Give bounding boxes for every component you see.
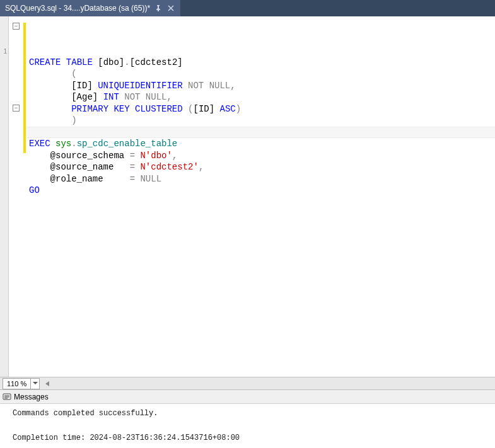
messages-icon — [3, 393, 11, 401]
close-icon[interactable] — [166, 4, 175, 13]
sql-editor[interactable]: 1 − − CREATE TABLE [dbo].[cdctest2] ( [I… — [0, 16, 495, 377]
zoom-combo[interactable]: 110 % — [3, 378, 40, 389]
zoom-value: 110 % — [3, 380, 30, 388]
pin-icon[interactable] — [154, 4, 163, 13]
code-line[interactable]: @source_schema = N'dbo', — [26, 150, 495, 162]
messages-tab-label: Messages — [14, 393, 49, 401]
editor-footer-bar: 110 % — [0, 377, 495, 389]
chevron-down-icon[interactable] — [30, 379, 39, 389]
line-number-strip: 1 — [0, 16, 9, 377]
code-line[interactable]: [Age] INT NOT NULL, — [26, 91, 495, 103]
messages-line — [13, 420, 495, 432]
code-line[interactable]: PRIMARY KEY CLUSTERED ([ID] ASC) — [26, 103, 495, 115]
code-line[interactable]: ) — [26, 115, 495, 127]
messages-line: Completion time: 2024-08-23T16:36:24.154… — [13, 432, 495, 444]
messages-panel: Messages Commands completed successfully… — [0, 389, 495, 448]
code-line[interactable]: ( — [26, 68, 495, 80]
messages-body[interactable]: Commands completed successfully. Complet… — [0, 404, 495, 448]
line-marker: 1 — [3, 48, 7, 55]
code-line[interactable]: GO — [26, 185, 495, 197]
code-area[interactable]: CREATE TABLE [dbo].[cdctest2] ( [ID] UNI… — [26, 16, 495, 377]
messages-tab[interactable]: Messages — [0, 390, 495, 404]
fold-toggle-icon[interactable]: − — [13, 23, 20, 30]
messages-line: Commands completed successfully. — [13, 408, 495, 420]
code-line[interactable]: @source_name = N'cdctest2', — [26, 161, 495, 173]
code-line[interactable]: @role_name = NULL — [26, 173, 495, 185]
file-tab[interactable]: SQLQuery3.sql - 34....yDatabase (sa (65)… — [0, 0, 180, 16]
code-line[interactable]: EXEC sys.sp_cdc_enable_table — [26, 138, 495, 150]
fold-toggle-icon[interactable]: − — [13, 105, 20, 112]
change-marker — [23, 23, 26, 153]
code-line[interactable]: CREATE TABLE [dbo].[cdctest2] — [26, 57, 495, 69]
code-line[interactable]: [ID] UNIQUEIDENTIFIER NOT NULL, — [26, 80, 495, 92]
scroll-left-icon[interactable] — [42, 379, 52, 389]
workspace: 1 − − CREATE TABLE [dbo].[cdctest2] ( [I… — [0, 16, 495, 448]
file-tab-title: SQLQuery3.sql - 34....yDatabase (sa (65)… — [5, 4, 150, 13]
tab-bar: SQLQuery3.sql - 34....yDatabase (sa (65)… — [0, 0, 495, 16]
fold-gutter: − − — [9, 16, 26, 377]
